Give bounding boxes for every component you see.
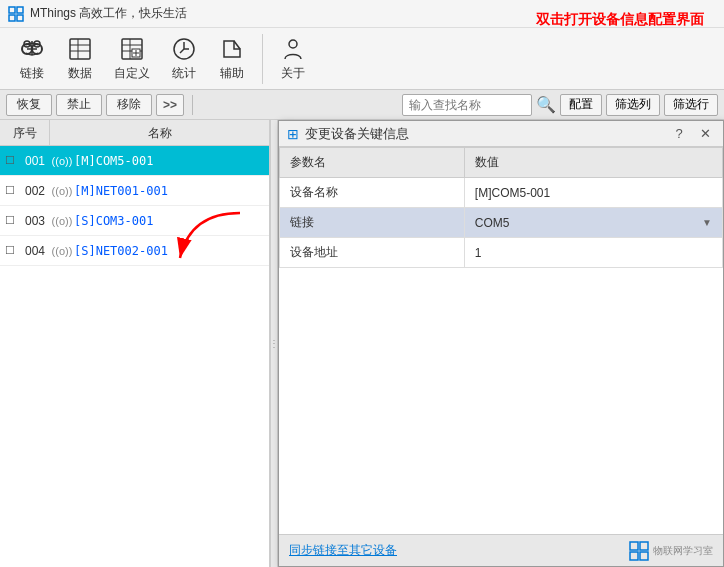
action-bar: 恢复 禁止 移除 >> 🔍 配置 筛选列 筛选行: [0, 90, 724, 120]
dialog-titlebar: ⊞ 变更设备关键信息 ? ✕: [279, 121, 723, 147]
toolbar-custom-label: 自定义: [114, 65, 150, 82]
svg-rect-2: [9, 15, 15, 21]
watermark-text: 物联网学习室: [653, 544, 713, 558]
row-number: 003: [20, 214, 50, 228]
param-name: 设备地址: [280, 238, 465, 268]
row-device-name: [S]COM3-001: [74, 214, 269, 228]
dialog-title: 变更设备关键信息: [305, 125, 669, 143]
row-device-name: [S]NET002-001: [74, 244, 269, 258]
search-input[interactable]: [402, 94, 532, 116]
stat-icon: [170, 35, 198, 63]
device-rows: ☐ 001 ((ο)) [M]COM5-001 ☐ 002 ((ο)) [M]N…: [0, 146, 269, 567]
device-list: 序号 名称 ☐ 001 ((ο)) [M]COM5-001 ☐ 002 ((ο)…: [0, 120, 270, 567]
app-title: MThings 高效工作，快乐生活: [30, 5, 187, 22]
svg-rect-1: [17, 7, 23, 13]
watermark-icon: [629, 541, 649, 561]
row-device-name: [M]NET001-001: [74, 184, 269, 198]
param-value[interactable]: COM5 ▼: [464, 208, 722, 238]
search-box: 🔍 配置 筛选列 筛选行: [402, 94, 718, 116]
dialog-icon: ⊞: [287, 126, 299, 142]
dialog-controls: ? ✕: [669, 124, 715, 144]
col-name-header: 名称: [50, 120, 269, 145]
data-icon: [66, 35, 94, 63]
toolbar-stat-label: 统计: [172, 65, 196, 82]
device-row[interactable]: ☐ 002 ((ο)) [M]NET001-001: [0, 176, 269, 206]
table-row: 链接 COM5 ▼: [280, 208, 723, 238]
dropdown-arrow-icon[interactable]: ▼: [702, 217, 712, 228]
value-col-header: 数值: [464, 148, 722, 178]
help-button[interactable]: ?: [669, 124, 689, 144]
toolbar-data[interactable]: 数据: [58, 31, 102, 86]
disable-button[interactable]: 禁止: [56, 94, 102, 116]
col-no-header: 序号: [0, 120, 50, 145]
link-icon: [18, 35, 46, 63]
dialog-footer: 同步链接至其它设备 物联网学习室: [279, 534, 723, 566]
param-value[interactable]: [M]COM5-001: [464, 178, 722, 208]
signal-icon: ((ο)): [50, 155, 74, 167]
svg-line-24: [234, 41, 240, 49]
about-icon: [279, 35, 307, 63]
device-list-header: 序号 名称: [0, 120, 269, 146]
search-icon[interactable]: 🔍: [536, 95, 556, 114]
assist-icon: [218, 35, 246, 63]
toolbar-stat[interactable]: 统计: [162, 31, 206, 86]
toolbar: 链接 数据 自定义: [0, 28, 724, 90]
signal-icon: ((ο)): [50, 215, 74, 227]
resize-handle[interactable]: ⋮: [270, 120, 278, 567]
svg-rect-3: [17, 15, 23, 21]
svg-rect-27: [630, 542, 638, 550]
row-checkbox[interactable]: ☐: [0, 214, 20, 227]
toolbar-link[interactable]: 链接: [10, 31, 54, 86]
toolbar-about[interactable]: 关于: [271, 31, 315, 86]
main-content: 序号 名称 ☐ 001 ((ο)) [M]COM5-001 ☐ 002 ((ο)…: [0, 120, 724, 567]
toolbar-divider: [262, 34, 263, 84]
svg-rect-9: [70, 39, 90, 59]
svg-rect-30: [640, 552, 648, 560]
toolbar-about-label: 关于: [281, 65, 305, 82]
row-checkbox[interactable]: ☐: [0, 154, 20, 167]
annotation-text: 双击打开设备信息配置界面: [536, 11, 704, 29]
row-number: 002: [20, 184, 50, 198]
param-col-header: 参数名: [280, 148, 465, 178]
arrow-button[interactable]: >>: [156, 94, 184, 116]
custom-icon: [118, 35, 146, 63]
filter-row-button[interactable]: 筛选行: [664, 94, 718, 116]
recover-button[interactable]: 恢复: [6, 94, 52, 116]
sync-link[interactable]: 同步链接至其它设备: [289, 542, 397, 559]
toolbar-custom[interactable]: 自定义: [106, 31, 158, 86]
svg-line-23: [180, 49, 184, 53]
filter-col-button[interactable]: 筛选列: [606, 94, 660, 116]
param-name: 链接: [280, 208, 465, 238]
remove-button[interactable]: 移除: [106, 94, 152, 116]
action-sep: [192, 95, 193, 115]
device-row[interactable]: ☐ 004 ((ο)) [S]NET002-001: [0, 236, 269, 266]
dialog-body: 参数名 数值 设备名称 [M]COM5-001 链接: [279, 147, 723, 534]
table-row: 设备地址 1: [280, 238, 723, 268]
param-value[interactable]: 1: [464, 238, 722, 268]
row-number: 004: [20, 244, 50, 258]
row-device-name: [M]COM5-001: [74, 154, 269, 168]
row-checkbox[interactable]: ☐: [0, 184, 20, 197]
device-row[interactable]: ☐ 001 ((ο)) [M]COM5-001: [0, 146, 269, 176]
app-icon: [8, 6, 24, 22]
toolbar-link-label: 链接: [20, 65, 44, 82]
com5-value: COM5: [475, 216, 510, 230]
svg-point-25: [289, 40, 297, 48]
svg-rect-0: [9, 7, 15, 13]
row-checkbox[interactable]: ☐: [0, 244, 20, 257]
close-button[interactable]: ✕: [695, 124, 715, 144]
config-button[interactable]: 配置: [560, 94, 602, 116]
svg-rect-29: [630, 552, 638, 560]
dialog-area: ⊞ 变更设备关键信息 ? ✕ 参数名 数值: [278, 120, 724, 567]
signal-icon: ((ο)): [50, 245, 74, 257]
signal-icon: ((ο)): [50, 185, 74, 197]
row-number: 001: [20, 154, 50, 168]
toolbar-assist[interactable]: 辅助: [210, 31, 254, 86]
svg-rect-28: [640, 542, 648, 550]
toolbar-assist-label: 辅助: [220, 65, 244, 82]
device-config-dialog: ⊞ 变更设备关键信息 ? ✕ 参数名 数值: [278, 120, 724, 567]
device-row[interactable]: ☐ 003 ((ο)) [S]COM3-001: [0, 206, 269, 236]
table-row: 设备名称 [M]COM5-001: [280, 178, 723, 208]
param-name: 设备名称: [280, 178, 465, 208]
toolbar-data-label: 数据: [68, 65, 92, 82]
